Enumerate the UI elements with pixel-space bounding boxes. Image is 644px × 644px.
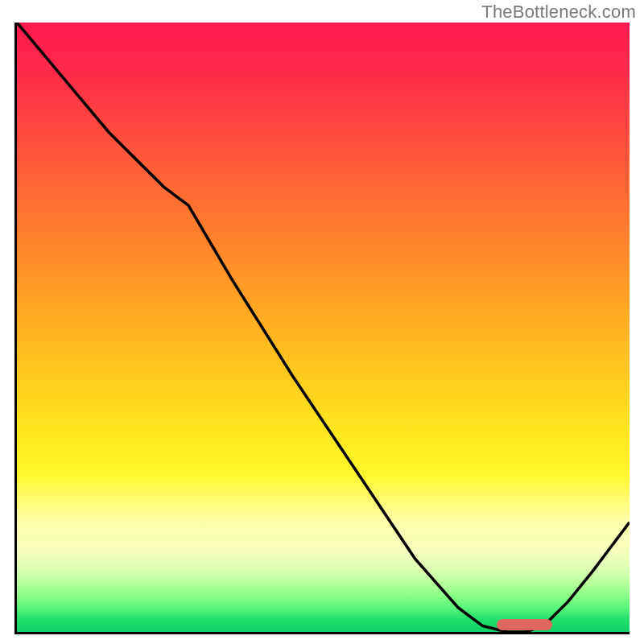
optimal-range-marker (497, 619, 552, 630)
bottleneck-curve (17, 23, 630, 632)
attribution-text: TheBottleneck.com (481, 2, 636, 23)
curve-path (17, 23, 630, 632)
chart-container: TheBottleneck.com (0, 0, 644, 644)
plot-area (14, 23, 630, 634)
